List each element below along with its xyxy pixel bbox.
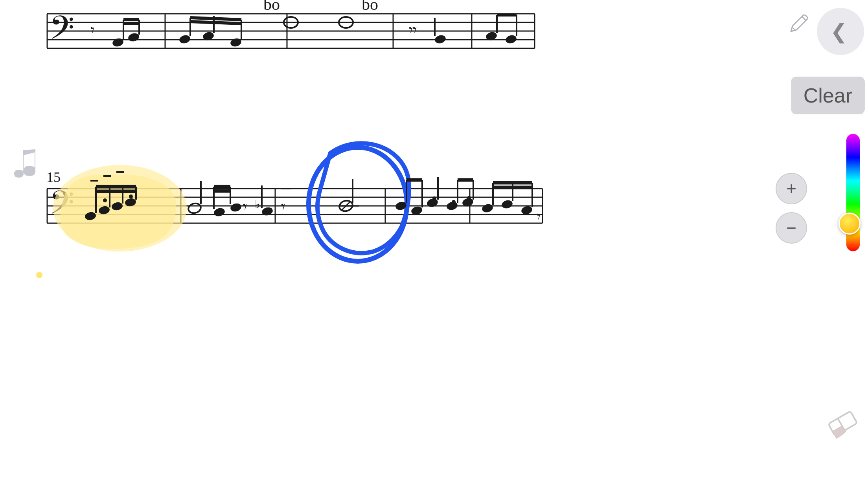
svg-text:𝄢: 𝄢 xyxy=(49,10,74,54)
music-notation-svg: 𝄢 𝄾 bo bo 𝄾 xyxy=(0,0,868,488)
svg-point-36 xyxy=(505,34,517,45)
svg-point-32 xyxy=(434,34,447,45)
svg-point-68 xyxy=(187,202,202,214)
color-indicator[interactable] xyxy=(839,213,861,235)
music-note-icon xyxy=(12,145,47,188)
svg-text:♭: ♭ xyxy=(255,198,260,211)
svg-text:𝄾: 𝄾 xyxy=(243,204,247,210)
svg-line-25 xyxy=(190,18,241,20)
sheet-music-area: 𝄢 𝄾 bo bo 𝄾 xyxy=(0,0,868,488)
svg-line-112 xyxy=(802,17,806,20)
color-gradient-bar[interactable] xyxy=(846,134,860,251)
svg-point-19 xyxy=(178,34,191,45)
zoom-out-button[interactable]: − xyxy=(776,212,807,244)
svg-text:bo: bo xyxy=(362,0,378,13)
svg-point-66 xyxy=(103,198,107,202)
svg-text:𝄾: 𝄾 xyxy=(413,27,417,33)
right-controls-panel: ❮ Clear + − xyxy=(785,0,868,488)
svg-point-94 xyxy=(432,196,436,200)
zoom-in-button[interactable]: + xyxy=(776,173,807,204)
svg-point-70 xyxy=(213,207,226,218)
svg-text:bo: bo xyxy=(263,0,280,13)
svg-point-103 xyxy=(501,199,513,210)
clear-button[interactable]: Clear xyxy=(791,77,865,114)
measure-number: 15 xyxy=(46,169,61,185)
svg-line-26 xyxy=(190,22,241,24)
svg-point-82 xyxy=(309,147,407,261)
back-arrow-icon: ❮ xyxy=(830,20,848,43)
minus-icon: − xyxy=(786,218,796,238)
svg-point-104 xyxy=(520,205,533,216)
svg-point-72 xyxy=(230,202,242,213)
svg-point-13 xyxy=(112,37,124,48)
svg-point-23 xyxy=(230,37,242,48)
back-button[interactable]: ❮ xyxy=(817,8,864,55)
color-picker[interactable] xyxy=(841,134,865,291)
svg-text:𝄾: 𝄾 xyxy=(90,27,94,33)
svg-point-15 xyxy=(127,32,140,43)
svg-text:𝄾: 𝄾 xyxy=(281,204,285,210)
pencil-icon xyxy=(787,13,810,37)
svg-point-100 xyxy=(467,196,471,200)
svg-text:𝄾: 𝄾 xyxy=(409,27,413,33)
eraser-icon[interactable] xyxy=(819,399,868,451)
svg-point-101 xyxy=(452,200,456,204)
plus-icon: + xyxy=(786,179,796,198)
svg-point-111 xyxy=(36,272,42,278)
svg-point-67 xyxy=(129,194,133,198)
svg-point-102 xyxy=(481,203,494,214)
